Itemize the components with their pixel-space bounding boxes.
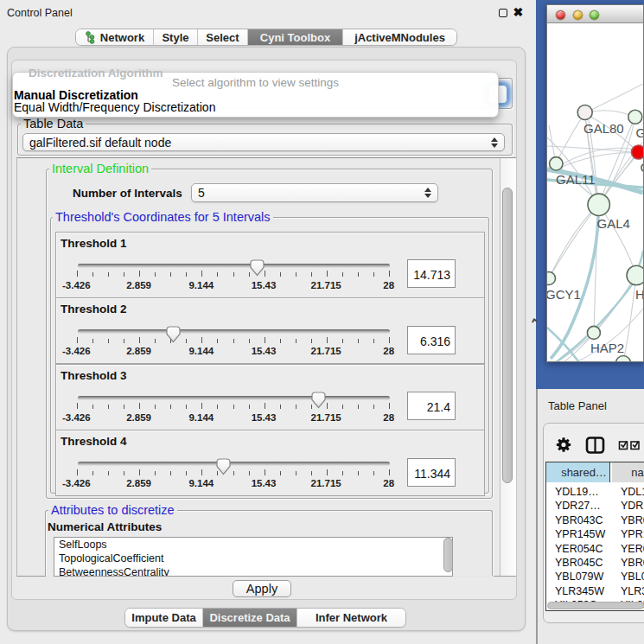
svg-text:GAL80: GAL80 (583, 121, 624, 136)
svg-text:C: C (641, 160, 644, 175)
svg-text:GAL4: GAL4 (597, 216, 630, 231)
svg-text:GCY1: GCY1 (547, 287, 581, 302)
svg-text:GAL11: GAL11 (556, 172, 596, 187)
svg-text:GA: GA (636, 125, 644, 140)
svg-text:H: H (635, 287, 643, 302)
svg-text:HAP2: HAP2 (590, 341, 624, 355)
